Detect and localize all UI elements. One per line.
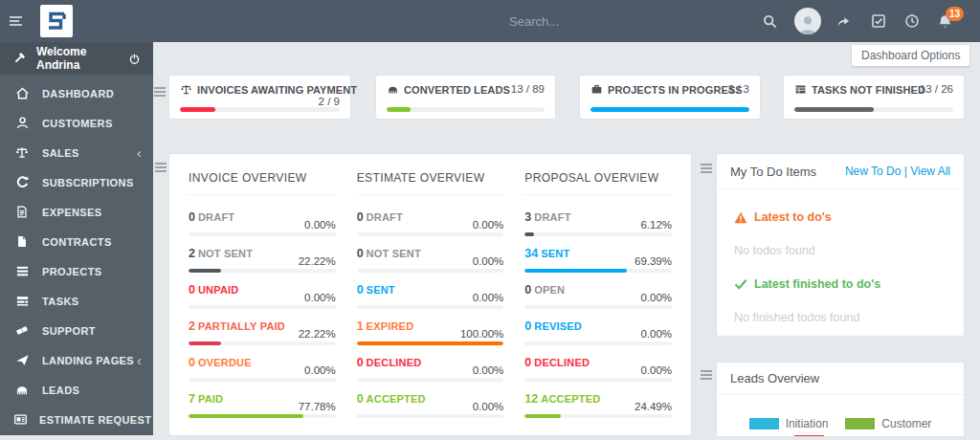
sidebar-item-customers[interactable]: CUSTOMERS [0,108,153,138]
estimate-overview-column: ESTIMATE OVERVIEW 0DRAFT 0.00% 0NOT SENT… [357,169,504,426]
status-label: UNPAID [198,284,239,296]
search-input[interactable] [509,0,739,42]
widget-drag-handle[interactable] [701,164,712,175]
todo-checkbox-icon[interactable] [871,13,886,29]
widget-drag-handle[interactable] [701,370,712,382]
sidebar-item-expenses[interactable]: EXPENSES [0,197,153,227]
status-percent: 0.00% [640,292,672,303]
status-count: 3 [524,210,531,224]
status-label: ACCEPTED [541,393,600,405]
timers-clock-icon[interactable] [904,13,920,29]
status-label: SENT [541,248,569,259]
user-icon [13,116,31,130]
sidebar-item-label: LANDING PAGES [42,355,137,366]
sidebar-item-label: LEADS [42,385,142,396]
sidebar-item-sales[interactable]: SALES ‹ [0,138,153,167]
invoice-overview-column: INVOICE OVERVIEW 0DRAFT 0.00% 2NOT SENT … [189,169,336,426]
app-logo[interactable] [40,5,73,37]
newspaper-icon [13,412,28,427]
sidebar-item-contracts[interactable]: CONTRACTS [0,227,153,256]
tasks-icon [13,294,31,308]
sidebar-item-leads[interactable]: LEADS [0,375,153,405]
status-label: DRAFT [367,211,403,223]
list-bars-icon [13,264,31,278]
stat-card-label: PROJECTS IN PROGRESS [608,84,743,96]
logout-power-icon[interactable] [128,53,141,65]
person-icon [797,13,818,34]
welcome-label: Welcome Andrina [36,45,128,72]
status-count: 0 [357,356,364,369]
status-percent: 0.00% [640,328,672,340]
sidebar-item-projects[interactable]: PROJECTS [0,256,153,286]
sidebar-item-label: TASKS [42,296,142,307]
progress-bar [189,414,336,418]
status-count: 12 [524,392,538,406]
overview-row: 0DRAFT 0.00% [189,208,336,244]
status-label: EXPIRED [367,320,414,332]
status-label: SENT [367,284,395,296]
progress-fill [590,107,749,112]
status-count: 0 [524,319,531,333]
status-label: OPEN [534,284,565,296]
no-finished-todos-message: No finished todos found [734,311,947,324]
quick-share-icon[interactable] [835,13,852,29]
leads-overview-panel: Leads Overview Initiation Customer Lost … [716,362,965,437]
legend-swatch-customer [845,418,875,429]
sidebar-item-estimate-request[interactable]: ESTIMATE REQUEST [0,405,153,434]
sidebar-item-landing-pages[interactable]: LANDING PAGES ‹ [0,345,153,375]
widget-drag-handle[interactable] [155,163,167,174]
home-icon [13,86,31,100]
sidebar-item-subscriptions[interactable]: SUBSCRIPTIONS [0,167,153,197]
sidebar-item-label: SALES [42,147,137,159]
progress-fill [794,107,874,112]
progress-bar [524,269,672,273]
chevron-left-icon: ‹ [137,353,142,368]
widget-drag-handle[interactable] [154,87,166,99]
sidebar-item-dashboard[interactable]: DASHBOARD [0,78,153,108]
sidebar-item-support[interactable]: SUPPORT [0,316,153,345]
progress-bar [357,378,504,382]
sidebar-item-tasks[interactable]: TASKS [0,286,153,316]
sidebar: Welcome Andrina DASHBOARD CUSTOMERS SALE… [0,42,153,435]
overview-row: 0OVERDUE 0.00% [189,353,336,389]
logo-s-icon [45,10,68,33]
notification-badge[interactable]: 13 [946,7,964,21]
stat-card-tasks-not-finished: TASKS NOT FINISHED 13 / 26 [783,75,965,120]
overview-row: 2PARTIALLY PAID 22.22% [189,317,336,353]
search-icon[interactable] [762,13,778,30]
leads-icon [13,383,31,397]
progress-fill [180,107,215,112]
progress-bar [189,378,336,382]
overview-row: 3DRAFT 6.12% [524,208,672,244]
status-percent: 0.00% [304,364,336,376]
progress-fill [189,269,221,273]
status-count: 0 [524,356,531,369]
stat-card-value[interactable]: 3 / 3 [728,83,749,95]
todo-panel-body: Latest to do's No todos found Latest fin… [717,189,964,324]
stat-card-value[interactable]: 13 / 26 [920,83,953,95]
status-count: 0 [189,210,195,224]
menu-toggle-icon[interactable] [10,16,22,28]
sidebar-item-label: SUPPORT [42,325,142,337]
progress-bar [524,414,672,418]
overview-row: 2NOT SENT 22.22% [189,244,336,280]
paper-plane-icon [13,353,31,367]
status-percent: 0.00% [473,219,504,231]
column-title: ESTIMATE OVERVIEW [357,171,504,185]
status-percent: 0.00% [473,292,504,303]
setup-wrench-icon[interactable] [12,52,26,65]
status-count: 2 [189,247,195,260]
new-todo-link[interactable]: New To Do [845,165,901,178]
stat-card-value[interactable]: 2 / 9 [319,96,340,107]
stat-card-value[interactable]: 13 / 89 [511,83,545,95]
stat-card-title: INVOICES AWAITING PAYMENT [180,83,357,96]
file-text-icon [13,205,31,219]
avatar[interactable] [794,8,821,34]
status-percent: 22.22% [299,328,336,340]
status-count: 0 [524,283,531,297]
status-label: ACCEPTED [367,393,426,405]
column-title: INVOICE OVERVIEW [189,171,336,185]
status-percent: 100.00% [460,328,503,340]
view-all-todos-link[interactable]: View All [910,165,950,178]
progress-bar [180,107,340,112]
